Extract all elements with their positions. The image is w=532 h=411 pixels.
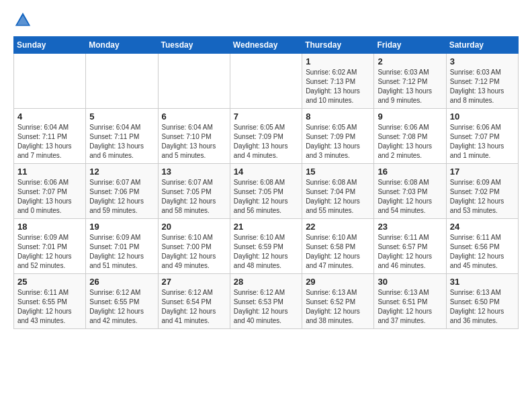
calendar-cell: 23Sunrise: 6:11 AM Sunset: 6:57 PM Dayli… — [374, 219, 446, 274]
day-number: 25 — [17, 277, 82, 287]
day-info: Sunrise: 6:05 AM Sunset: 7:09 PM Dayligh… — [234, 123, 298, 161]
day-number: 17 — [450, 167, 515, 177]
day-number: 21 — [234, 222, 298, 232]
day-number: 19 — [89, 222, 154, 232]
day-number: 5 — [89, 111, 154, 122]
calendar-cell: 21Sunrise: 6:10 AM Sunset: 6:59 PM Dayli… — [230, 219, 302, 274]
weekday-header-monday: Monday — [86, 37, 158, 54]
day-number: 14 — [234, 167, 298, 177]
calendar-cell: 31Sunrise: 6:13 AM Sunset: 6:50 PM Dayli… — [446, 274, 518, 329]
day-number: 28 — [234, 277, 298, 287]
day-info: Sunrise: 6:09 AM Sunset: 7:01 PM Dayligh… — [17, 233, 82, 271]
day-number: 8 — [306, 111, 370, 122]
day-info: Sunrise: 6:07 AM Sunset: 7:05 PM Dayligh… — [162, 178, 226, 216]
calendar-cell: 24Sunrise: 6:11 AM Sunset: 6:56 PM Dayli… — [446, 219, 518, 274]
day-number: 16 — [378, 167, 442, 177]
day-info: Sunrise: 6:08 AM Sunset: 7:03 PM Dayligh… — [378, 178, 442, 216]
calendar-cell — [158, 54, 230, 109]
weekday-header-sunday: Sunday — [14, 37, 86, 54]
calendar-cell: 29Sunrise: 6:13 AM Sunset: 6:52 PM Dayli… — [302, 274, 374, 329]
logo — [13, 11, 35, 30]
day-info: Sunrise: 6:12 AM Sunset: 6:54 PM Dayligh… — [162, 288, 226, 326]
calendar-body: 1Sunrise: 6:02 AM Sunset: 7:13 PM Daylig… — [14, 54, 519, 329]
calendar-cell: 8Sunrise: 6:05 AM Sunset: 7:09 PM Daylig… — [302, 109, 374, 164]
calendar-cell: 27Sunrise: 6:12 AM Sunset: 6:54 PM Dayli… — [158, 274, 230, 329]
day-number: 29 — [306, 277, 370, 287]
day-number: 27 — [162, 277, 226, 287]
day-number: 18 — [17, 222, 82, 232]
day-number: 12 — [89, 167, 154, 177]
calendar-cell: 22Sunrise: 6:10 AM Sunset: 6:58 PM Dayli… — [302, 219, 374, 274]
calendar-week-0: 1Sunrise: 6:02 AM Sunset: 7:13 PM Daylig… — [14, 54, 519, 109]
day-info: Sunrise: 6:13 AM Sunset: 6:51 PM Dayligh… — [378, 288, 442, 326]
day-number: 4 — [17, 111, 82, 122]
day-number: 2 — [378, 56, 442, 66]
weekday-header-saturday: Saturday — [446, 37, 518, 54]
day-info: Sunrise: 6:03 AM Sunset: 7:12 PM Dayligh… — [450, 68, 515, 105]
calendar-cell: 17Sunrise: 6:09 AM Sunset: 7:02 PM Dayli… — [446, 164, 518, 219]
day-info: Sunrise: 6:11 AM Sunset: 6:57 PM Dayligh… — [378, 233, 442, 271]
day-info: Sunrise: 6:05 AM Sunset: 7:09 PM Dayligh… — [306, 123, 370, 161]
calendar-cell: 4Sunrise: 6:04 AM Sunset: 7:11 PM Daylig… — [14, 109, 86, 164]
day-info: Sunrise: 6:07 AM Sunset: 7:06 PM Dayligh… — [89, 178, 154, 216]
calendar-cell: 9Sunrise: 6:06 AM Sunset: 7:08 PM Daylig… — [374, 109, 446, 164]
calendar-cell: 1Sunrise: 6:02 AM Sunset: 7:13 PM Daylig… — [302, 54, 374, 109]
day-number: 13 — [162, 167, 226, 177]
day-info: Sunrise: 6:10 AM Sunset: 6:59 PM Dayligh… — [234, 233, 298, 271]
day-info: Sunrise: 6:06 AM Sunset: 7:08 PM Dayligh… — [378, 123, 442, 161]
calendar-cell: 7Sunrise: 6:05 AM Sunset: 7:09 PM Daylig… — [230, 109, 302, 164]
calendar-cell: 28Sunrise: 6:12 AM Sunset: 6:53 PM Dayli… — [230, 274, 302, 329]
day-info: Sunrise: 6:11 AM Sunset: 6:55 PM Dayligh… — [17, 288, 82, 326]
day-number: 7 — [234, 111, 298, 122]
calendar-cell — [230, 54, 302, 109]
day-info: Sunrise: 6:10 AM Sunset: 7:00 PM Dayligh… — [162, 233, 226, 271]
calendar-week-3: 18Sunrise: 6:09 AM Sunset: 7:01 PM Dayli… — [14, 219, 519, 274]
calendar-cell: 11Sunrise: 6:06 AM Sunset: 7:07 PM Dayli… — [14, 164, 86, 219]
day-info: Sunrise: 6:04 AM Sunset: 7:10 PM Dayligh… — [162, 123, 226, 161]
calendar-cell: 19Sunrise: 6:09 AM Sunset: 7:01 PM Dayli… — [86, 219, 158, 274]
calendar-cell: 14Sunrise: 6:08 AM Sunset: 7:05 PM Dayli… — [230, 164, 302, 219]
day-number: 30 — [378, 277, 442, 287]
day-number: 15 — [306, 167, 370, 177]
day-number: 1 — [306, 56, 370, 66]
day-number: 24 — [450, 222, 515, 232]
calendar-week-1: 4Sunrise: 6:04 AM Sunset: 7:11 PM Daylig… — [14, 109, 519, 164]
calendar-cell — [86, 54, 158, 109]
day-info: Sunrise: 6:13 AM Sunset: 6:50 PM Dayligh… — [450, 288, 515, 326]
day-info: Sunrise: 6:06 AM Sunset: 7:07 PM Dayligh… — [450, 123, 515, 161]
calendar-cell: 3Sunrise: 6:03 AM Sunset: 7:12 PM Daylig… — [446, 54, 518, 109]
weekday-header-thursday: Thursday — [302, 37, 374, 54]
day-number: 31 — [450, 277, 515, 287]
calendar-cell: 25Sunrise: 6:11 AM Sunset: 6:55 PM Dayli… — [14, 274, 86, 329]
day-info: Sunrise: 6:09 AM Sunset: 7:01 PM Dayligh… — [89, 233, 154, 271]
day-number: 20 — [162, 222, 226, 232]
day-info: Sunrise: 6:08 AM Sunset: 7:04 PM Dayligh… — [306, 178, 370, 216]
calendar-week-2: 11Sunrise: 6:06 AM Sunset: 7:07 PM Dayli… — [14, 164, 519, 219]
page-header — [13, 11, 519, 30]
calendar-cell: 13Sunrise: 6:07 AM Sunset: 7:05 PM Dayli… — [158, 164, 230, 219]
day-info: Sunrise: 6:13 AM Sunset: 6:52 PM Dayligh… — [306, 288, 370, 326]
calendar-header: SundayMondayTuesdayWednesdayThursdayFrid… — [14, 37, 519, 54]
day-number: 9 — [378, 111, 442, 122]
day-info: Sunrise: 6:10 AM Sunset: 6:58 PM Dayligh… — [306, 233, 370, 271]
calendar-cell: 6Sunrise: 6:04 AM Sunset: 7:10 PM Daylig… — [158, 109, 230, 164]
weekday-row: SundayMondayTuesdayWednesdayThursdayFrid… — [14, 37, 519, 54]
calendar-table: SundayMondayTuesdayWednesdayThursdayFrid… — [13, 36, 519, 329]
day-number: 11 — [17, 167, 82, 177]
calendar-cell: 20Sunrise: 6:10 AM Sunset: 7:00 PM Dayli… — [158, 219, 230, 274]
day-number: 3 — [450, 56, 515, 66]
day-info: Sunrise: 6:09 AM Sunset: 7:02 PM Dayligh… — [450, 178, 515, 216]
calendar-week-4: 25Sunrise: 6:11 AM Sunset: 6:55 PM Dayli… — [14, 274, 519, 329]
calendar-cell: 16Sunrise: 6:08 AM Sunset: 7:03 PM Dayli… — [374, 164, 446, 219]
day-number: 23 — [378, 222, 442, 232]
calendar-cell: 5Sunrise: 6:04 AM Sunset: 7:11 PM Daylig… — [86, 109, 158, 164]
day-info: Sunrise: 6:02 AM Sunset: 7:13 PM Dayligh… — [306, 68, 370, 105]
logo-icon — [13, 11, 32, 30]
day-info: Sunrise: 6:12 AM Sunset: 6:53 PM Dayligh… — [234, 288, 298, 326]
day-info: Sunrise: 6:04 AM Sunset: 7:11 PM Dayligh… — [89, 123, 154, 161]
day-info: Sunrise: 6:12 AM Sunset: 6:55 PM Dayligh… — [89, 288, 154, 326]
day-info: Sunrise: 6:04 AM Sunset: 7:11 PM Dayligh… — [17, 123, 82, 161]
day-info: Sunrise: 6:11 AM Sunset: 6:56 PM Dayligh… — [450, 233, 515, 271]
calendar-cell: 12Sunrise: 6:07 AM Sunset: 7:06 PM Dayli… — [86, 164, 158, 219]
day-info: Sunrise: 6:06 AM Sunset: 7:07 PM Dayligh… — [17, 178, 82, 216]
